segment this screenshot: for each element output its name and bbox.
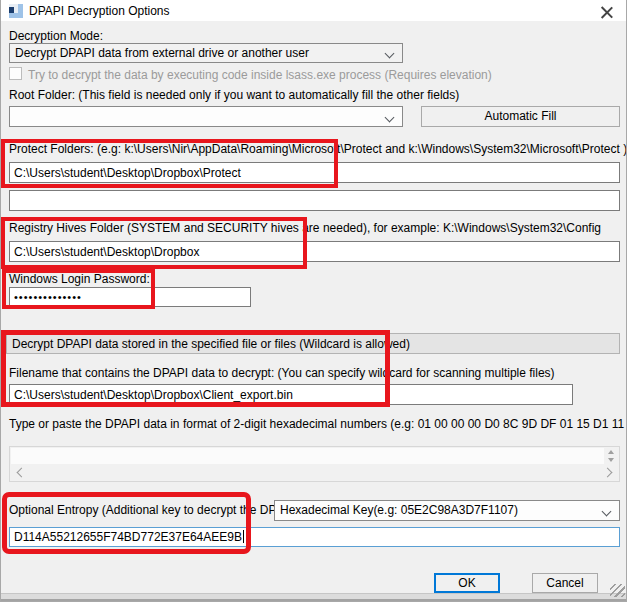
scroll-left-icon[interactable] — [17, 468, 27, 478]
decryption-mode-label: Decryption Mode: — [9, 29, 103, 43]
lsass-checkbox[interactable] — [9, 67, 22, 80]
data-source-header: Decrypt DPAPI data stored in the specifi… — [6, 333, 620, 354]
cancel-button[interactable]: Cancel — [532, 573, 598, 593]
entropy-type-value: Hexadecimal Key(e.g: 05E2C98A3D7F1107) — [280, 503, 518, 517]
password-label: Windows Login Password: — [9, 272, 150, 286]
hex-data-text[interactable] — [11, 448, 604, 464]
root-folder-label: Root Folder: (This field is needed only … — [9, 88, 459, 102]
chevron-down-icon — [385, 113, 395, 123]
close-button[interactable] — [590, 1, 622, 21]
entropy-value: D114A55212655F74BD772E37E64AEE9B — [14, 530, 242, 544]
password-input[interactable] — [9, 287, 251, 307]
entropy-input[interactable]: D114A55212655F74BD772E37E64AEE9B — [9, 527, 620, 547]
entropy-type-select[interactable]: Hexadecimal Key(e.g: 05E2C98A3D7F1107) — [274, 500, 620, 521]
protect-folders-label: Protect Folders: (e.g: k:\Users\Nir\AppD… — [9, 142, 627, 156]
horizontal-scrollbar[interactable] — [11, 464, 618, 480]
hex-data-area[interactable] — [9, 446, 620, 482]
decryption-mode-value: Decrypt DPAPI data from external drive o… — [15, 46, 309, 60]
app-icon — [9, 4, 23, 18]
scroll-up-icon[interactable] — [608, 450, 614, 454]
filename-label: Filename that contains the DPAPI data to… — [9, 366, 555, 380]
registry-hives-input[interactable] — [9, 241, 620, 262]
registry-hives-label: Registry Hives Folder (SYSTEM and SECURI… — [9, 221, 601, 235]
scroll-right-icon[interactable] — [603, 468, 613, 478]
filename-input[interactable] — [9, 384, 573, 405]
window-bottom-edge — [1, 593, 626, 602]
ok-button[interactable]: OK — [434, 573, 500, 593]
chevron-down-icon — [602, 507, 612, 517]
scroll-down-icon[interactable] — [608, 458, 614, 462]
protect-folder-input-1[interactable] — [9, 162, 620, 183]
chevron-down-icon — [385, 49, 395, 59]
lsass-checkbox-label: Try to decrypt the data by executing cod… — [28, 68, 492, 82]
protect-folder-input-2[interactable] — [9, 190, 620, 211]
hex-data-label: Type or paste the DPAPI data in format o… — [9, 417, 627, 431]
text-caret-icon — [243, 530, 244, 543]
root-folder-combobox[interactable] — [9, 106, 403, 127]
title-bar: DPAPI Decryption Options — [1, 0, 626, 21]
automatic-fill-button[interactable]: Automatic Fill — [421, 106, 620, 127]
decryption-mode-select[interactable]: Decrypt DPAPI data from external drive o… — [9, 43, 403, 63]
close-icon — [601, 5, 613, 17]
vertical-scrollbar[interactable] — [605, 448, 618, 464]
resize-grip[interactable] — [610, 584, 625, 597]
window-title: DPAPI Decryption Options — [29, 4, 170, 18]
dpapi-decryption-options-dialog: DPAPI Decryption Options Decryption Mode… — [0, 0, 627, 602]
